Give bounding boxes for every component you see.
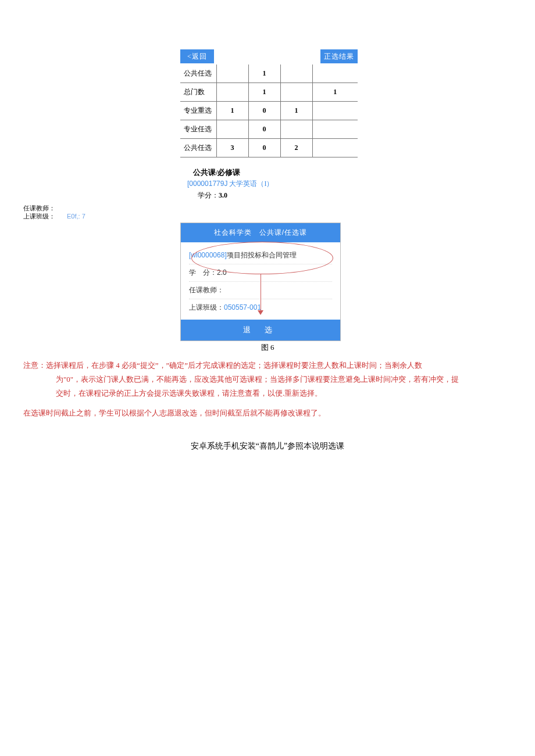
class-line: 上课班级：E0f,: 7 [23,212,512,220]
table-row: 专业任选 0 [180,120,358,139]
cell [280,120,312,139]
card-class-label: 上课班级： [189,303,224,311]
cell [312,102,358,120]
teacher-line: 任课教师： [23,204,512,212]
credit-line: 学分：3.0 [198,191,358,200]
card-course-row: [wl0000068]项目招投标和合同管理 [189,247,332,264]
row-label: 专业任选 [180,120,216,139]
note-deadline: 在选课时间截止之前，学生可以根据个人志愿退改选，但时间截至后就不能再修改课程了。 [23,406,512,420]
note-line-1c: 交时，在课程记录的正上方会提示选课失败课程，请注意查看，以便.重新选择。 [23,386,512,400]
cell: 1 [312,83,358,102]
cell [216,83,248,102]
figure-caption: 图 6 [23,342,512,353]
row-label: 总门数 [180,83,216,102]
cell: 0 [248,102,280,120]
card-course-name: 项目招投标和合同管理 [227,251,297,259]
mobile-card: 社会科学类 公共课/任选课 [wl0000068]项目招投标和合同管理 学 分：… [180,223,341,341]
cell [280,65,312,83]
table-row: 专业重选 1 0 1 [180,102,358,120]
cell: 3 [216,139,248,157]
back-button[interactable]: <返回 [180,49,214,63]
result-button[interactable]: 正选结果 [320,49,358,63]
left-info: 任课教师： 上课班级：E0f,: 7 [23,204,512,220]
cell [280,83,312,102]
table-row: 公共任选 3 0 2 [180,139,358,157]
card-teacher-label: 任课教师： [189,286,224,294]
card-course-id: [wl0000068] [189,251,227,259]
table-row: 公共任选 1 [180,65,358,83]
cell [312,65,358,83]
row-label: 公共任选 [180,65,216,83]
cell: 1 [248,65,280,83]
cell [216,120,248,139]
credit-value: 3.0 [219,191,227,199]
card-header: 社会科学类 公共课/任选课 [181,223,340,242]
class-value: E0f,: 7 [67,213,85,220]
credit-label: 学分： [198,191,219,199]
class-label: 上课班级： [23,213,55,220]
note-warning: 注意：选择课程后，在步骤 4 必须“提交”，”确定”后才完成课程的选定；选择课程… [23,359,512,400]
course-id: [000001779J [187,180,227,188]
table-row: 总门数 1 1 [180,83,358,102]
cell: 1 [280,102,312,120]
row-label: 专业重选 [180,102,216,120]
cell: 0 [248,120,280,139]
cell [312,139,358,157]
cell: 0 [248,139,280,157]
card-class-row: 上课班级：050557-001 [189,299,332,316]
cell: 1 [248,83,280,102]
card-teacher-row: 任课教师： [189,282,332,299]
course-name: 大学英语（I） [227,180,273,188]
card-credit-label: 学 分： [189,268,217,277]
cell [216,65,248,83]
cell: 1 [216,102,248,120]
course-id-line: [000001779J 大学英语（I） [187,179,358,189]
cell [312,120,358,139]
row-label: 公共任选 [180,139,216,157]
card-credit-row: 学 分：2.0 [189,264,332,282]
note-line-1b: 为"0"，表示这门课人数已满，不能再选，应改选其他可选课程；当选择多门课程要注意… [23,372,512,386]
card-class-value: 050557-001 [224,303,261,311]
course-section-title: 公共课/必修课 [193,168,358,178]
card-credit-value: 2.0 [217,268,227,277]
android-install-line: 安卓系统手机安装“喜鹊儿”参照本说明选课 [23,441,512,452]
topbar-spacer [214,49,320,63]
cell: 2 [280,139,312,157]
selection-table: 公共任选 1 总门数 1 1 专业重选 1 0 1 专业任选 [180,65,358,157]
note-line-1a: 注意：选择课程后，在步骤 4 必须“提交”，”确定”后才完成课程的选定；选择课程… [23,361,422,370]
withdraw-button[interactable]: 退 选 [181,320,340,341]
